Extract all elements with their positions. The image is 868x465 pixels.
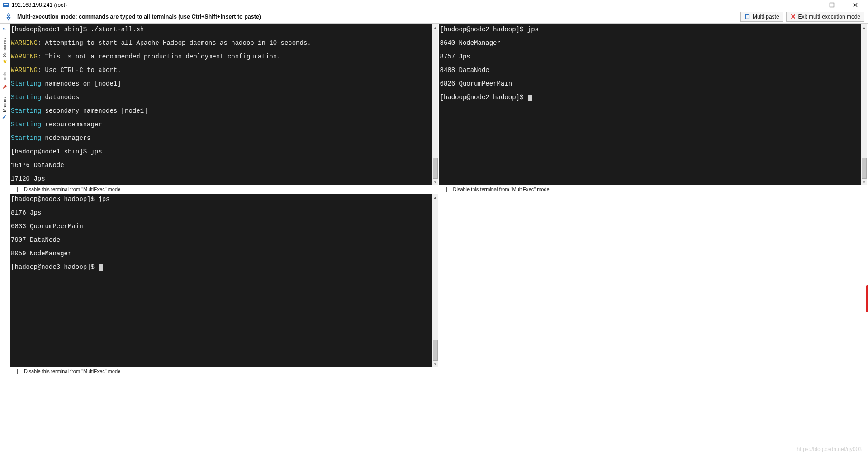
maximize-button[interactable]	[825, 1, 838, 9]
terminal-pane-node3: [hadoop@node3 hadoop]$ jps 8176 Jps 6833…	[10, 194, 438, 375]
terminal-grid: [hadoop@node1 sbin]$ ./start-all.sh WARN…	[9, 24, 868, 465]
terminal-pane-empty	[439, 194, 868, 375]
sidebar-item-label: Tools	[2, 72, 7, 82]
multi-exec-label: Multi-execution mode: commands are typed…	[17, 14, 261, 20]
sidebar-item-tools[interactable]: Tools	[2, 70, 7, 91]
multi-paste-label: Multi-paste	[753, 14, 779, 20]
sidebar-item-label: Macros	[2, 97, 7, 112]
svg-rect-7	[746, 14, 749, 15]
svg-rect-3	[830, 3, 834, 7]
scroll-thumb[interactable]	[862, 158, 867, 179]
scroll-up-icon[interactable]: ▲	[432, 24, 438, 31]
close-button[interactable]	[849, 1, 862, 9]
scroll-track[interactable]	[432, 31, 438, 179]
terminal-pane-node1: [hadoop@node1 sbin]$ ./start-all.sh WARN…	[10, 24, 438, 193]
terminal-node3[interactable]: [hadoop@node3 hadoop]$ jps 8176 Jps 6833…	[10, 194, 432, 367]
exit-multi-exec-label: Exit multi-execution mode	[798, 14, 860, 20]
minimize-button[interactable]	[802, 1, 815, 9]
sidebar-item-macros[interactable]: Macros	[2, 96, 7, 121]
terminal-footer: Disable this terminal from "MultiExec" m…	[439, 185, 868, 193]
disable-multiexec-label: Disable this terminal from "MultiExec" m…	[453, 187, 550, 192]
scroll-thumb[interactable]	[433, 340, 438, 361]
terminal-pane-node2: [hadoop@node2 hadoop]$ jps 8640 NodeMana…	[439, 24, 868, 193]
multi-exec-icon	[4, 12, 14, 22]
disable-multiexec-checkbox[interactable]	[17, 369, 22, 374]
content-area: » Sessions Tools Macros [hadoop@node1 sb…	[0, 24, 868, 465]
window-controls	[802, 1, 865, 9]
clipboard-icon	[745, 14, 751, 20]
scroll-down-icon[interactable]: ▼	[861, 179, 867, 185]
disable-multiexec-label: Disable this terminal from "MultiExec" m…	[24, 187, 120, 192]
terminal-footer: Disable this terminal from "MultiExec" m…	[10, 367, 438, 375]
scroll-down-icon[interactable]: ▼	[432, 361, 438, 367]
sidebar-item-label: Sessions	[2, 38, 7, 57]
disable-multiexec-label: Disable this terminal from "MultiExec" m…	[24, 369, 120, 374]
side-marker	[866, 285, 868, 312]
scroll-track[interactable]	[861, 31, 867, 179]
exit-multi-exec-button[interactable]: Exit multi-execution mode	[786, 12, 864, 22]
window-title: 192.168.198.241 (root)	[12, 2, 67, 8]
scroll-thumb[interactable]	[433, 158, 438, 179]
scrollbar[interactable]: ▲ ▼	[432, 24, 438, 185]
svg-marker-10	[2, 59, 7, 63]
terminal-footer: Disable this terminal from "MultiExec" m…	[10, 185, 438, 193]
scrollbar[interactable]: ▲ ▼	[861, 24, 867, 185]
sidebar: » Sessions Tools Macros	[0, 24, 9, 465]
terminal-node2[interactable]: [hadoop@node2 hadoop]$ jps 8640 NodeMana…	[439, 24, 861, 185]
sidebar-expand-icon[interactable]: »	[3, 25, 6, 32]
disable-multiexec-checkbox[interactable]	[17, 187, 22, 192]
close-icon	[790, 14, 797, 20]
app-icon	[3, 2, 9, 8]
window-title-bar: 192.168.198.241 (root)	[0, 0, 868, 10]
pencil-icon	[2, 114, 7, 119]
sidebar-item-sessions[interactable]: Sessions	[2, 37, 7, 66]
terminal-node1[interactable]: [hadoop@node1 sbin]$ ./start-all.sh WARN…	[10, 24, 432, 185]
svg-rect-0	[3, 3, 9, 7]
wrench-icon	[2, 84, 7, 89]
disable-multiexec-checkbox[interactable]	[446, 187, 451, 192]
scrollbar[interactable]: ▲ ▼	[432, 194, 438, 367]
multi-exec-toolbar: Multi-execution mode: commands are typed…	[0, 10, 868, 24]
multi-paste-button[interactable]: Multi-paste	[740, 12, 783, 22]
scroll-up-icon[interactable]: ▲	[432, 194, 438, 201]
scroll-track[interactable]	[432, 201, 438, 361]
scroll-down-icon[interactable]: ▼	[432, 179, 438, 185]
svg-rect-1	[4, 4, 8, 5]
scroll-up-icon[interactable]: ▲	[861, 24, 867, 31]
star-icon	[2, 58, 7, 64]
